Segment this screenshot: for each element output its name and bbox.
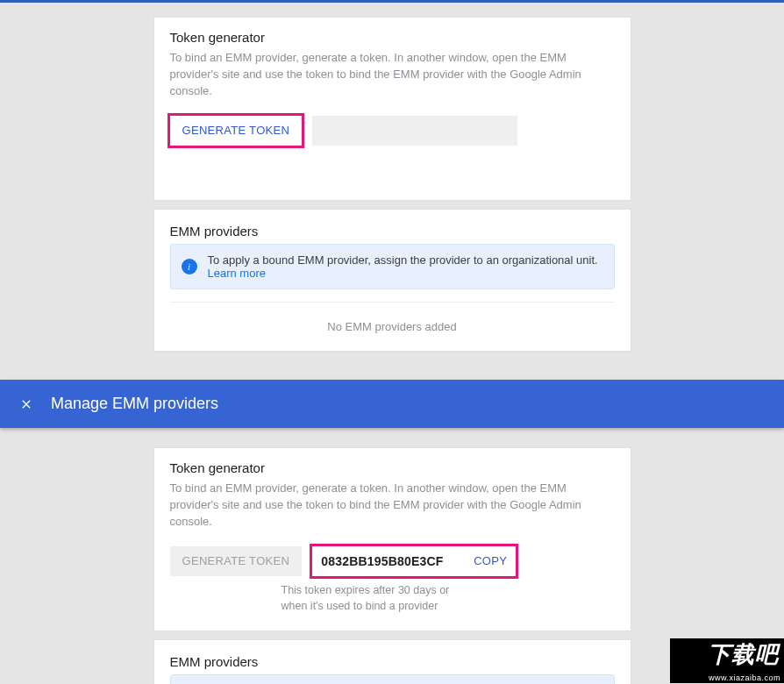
emm-providers-heading: EMM providers	[170, 224, 615, 239]
token-value: 0832BB195B80E3CF	[321, 554, 443, 568]
token-expiry-note: This token expires after 30 days or when…	[282, 582, 466, 614]
token-generator-heading: Token generator	[170, 460, 615, 475]
info-text-content: To apply a bound EMM provider, assign th…	[208, 253, 598, 267]
copy-token-button[interactable]: COPY	[474, 554, 507, 567]
watermark-url: www.xiazaiba.com	[670, 673, 784, 683]
info-icon: i	[182, 259, 197, 274]
token-generator-description: To bind an EMM provider, generate a toke…	[170, 481, 615, 531]
empty-providers-message: No EMM providers added	[170, 302, 615, 342]
generate-token-button[interactable]: GENERATE TOKEN	[170, 116, 303, 146]
generate-token-button-disabled: GENERATE TOKEN	[170, 546, 303, 576]
info-banner: i To apply a bound EMM provider, assign …	[170, 244, 615, 289]
info-banner: i To apply a bound EMM provider, assign …	[170, 674, 615, 684]
learn-more-link[interactable]: Learn more	[208, 267, 266, 280]
token-generator-card-initial: Token generator To bind an EMM provider,…	[153, 17, 631, 201]
site-watermark: 下载吧 www.xiazaiba.com	[670, 638, 784, 684]
close-button[interactable]	[16, 394, 37, 415]
emm-providers-card-bottom: EMM providers i To apply a bound EMM pro…	[153, 639, 631, 684]
token-generator-description: To bind an EMM provider, generate a toke…	[170, 50, 615, 100]
dialog-title: Manage EMM providers	[51, 395, 218, 413]
watermark-text: 下载吧	[670, 638, 784, 673]
token-placeholder-slot	[312, 116, 517, 146]
dialog-header-bar: Manage EMM providers	[0, 380, 784, 428]
emm-providers-heading: EMM providers	[170, 654, 615, 669]
close-icon	[19, 397, 33, 411]
token-generator-heading: Token generator	[170, 30, 615, 45]
token-generator-card-generated: Token generator To bind an EMM provider,…	[153, 447, 631, 631]
info-banner-text: To apply a bound EMM provider, assign th…	[208, 253, 603, 280]
token-display-box: 0832BB195B80E3CF COPY	[312, 546, 516, 576]
emm-providers-card-top: EMM providers i To apply a bound EMM pro…	[153, 209, 631, 352]
